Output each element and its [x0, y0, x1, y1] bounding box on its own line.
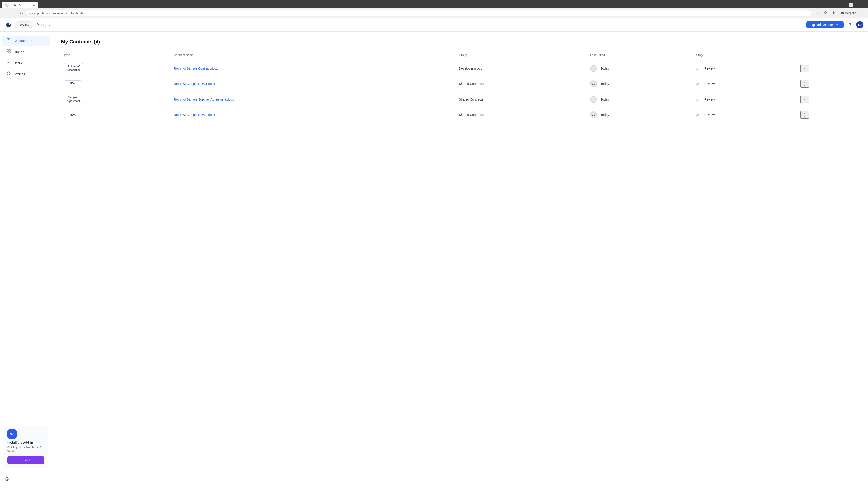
cell-type-3: NDA [61, 108, 171, 122]
sidebar-label-users: Users [13, 61, 22, 65]
back-btn[interactable]: ← [2, 10, 8, 16]
row-avatar-1: LD [590, 80, 597, 87]
row-stage-0: In Review [701, 67, 715, 70]
sidebar-item-users[interactable]: Users [2, 58, 50, 68]
reload-btn[interactable]: ↻ [19, 10, 24, 16]
cell-type-0: Articles ofAssociation [61, 60, 171, 77]
more-options-btn-2[interactable]: ⋮ [800, 96, 809, 103]
tab-close-btn[interactable]: × [33, 4, 35, 7]
users-icon [6, 60, 11, 66]
sidebar-item-groups[interactable]: Groups [2, 47, 50, 57]
notification-button[interactable]: ⚙ [4, 475, 11, 483]
download-icon[interactable] [831, 10, 837, 17]
sidebar-label-settings: Settings [13, 72, 25, 76]
address-bar[interactable]: app.robinai.co.uk/review/contract-hub [26, 10, 812, 16]
svg-rect-22 [9, 52, 10, 53]
extensions-icon[interactable] [823, 10, 829, 17]
header-right: Upload Contract ? LD [806, 21, 864, 29]
minimize-btn[interactable]: − [837, 2, 843, 8]
app-header: Review Moodjoy Upload Contract ? LD [0, 18, 868, 32]
review-button[interactable]: Review [15, 22, 33, 28]
cell-stage-1: In Review [693, 77, 798, 91]
more-options-btn-1[interactable]: ⋮ [800, 80, 809, 88]
table-row: NDA Robin AI Sample NDA 1.docx Shared Co… [61, 77, 859, 91]
svg-rect-20 [9, 50, 10, 51]
sidebar: Contract Hub Groups Users Settings [0, 32, 52, 488]
help-button[interactable]: ? [846, 21, 854, 29]
sidebar-label-contract-hub: Contract Hub [13, 39, 32, 43]
svg-point-13 [9, 24, 10, 24]
install-button[interactable]: Install [7, 456, 44, 464]
contract-link-0[interactable]: Robin AI Sample Contract.docx [174, 67, 218, 70]
menu-icon[interactable]: ⋮ [860, 10, 866, 16]
maximize-btn[interactable]: ⬜ [847, 2, 855, 8]
svg-text:R: R [6, 4, 7, 6]
logo-area: Review [4, 21, 33, 29]
table-row: Articles ofAssociation Robin AI Sample C… [61, 60, 859, 77]
main-content: My Contracts (4) Type Contract Name Grou… [52, 32, 868, 488]
sidebar-label-groups: Groups [13, 50, 24, 54]
row-avatar-0: LD [590, 65, 597, 72]
browser-tabs: R Robin AI × + − ⬜ × [0, 0, 868, 8]
cell-name-0: Robin AI Sample Contract.docx [171, 60, 456, 77]
row-avatar-3: LD [590, 111, 597, 118]
cell-more-3: ⋮ [798, 108, 859, 122]
contract-hub-icon [6, 38, 11, 43]
col-header-group: Group [456, 51, 587, 60]
svg-text:W: W [10, 432, 14, 436]
contracts-table: Type Contract Name Group Last Edited ↑ S… [61, 51, 859, 122]
incognito-label: Incognito [845, 11, 856, 15]
incognito-indicator: i Incognito [839, 11, 858, 15]
col-header-name: Contract Name [171, 51, 456, 60]
cell-name-2: Robin AI Sample Supplier Agreement.docx [171, 91, 456, 108]
svg-rect-19 [7, 50, 8, 51]
edit-icon-3 [696, 113, 700, 116]
addon-card: W Install the Add-in Get Reports within … [4, 426, 48, 468]
cell-date-2: LD Today [587, 91, 693, 108]
close-btn[interactable]: × [859, 2, 864, 8]
svg-rect-21 [7, 52, 8, 53]
star-icon[interactable]: ☆ [815, 10, 820, 16]
cell-type-2: SupplierAgreement [61, 91, 171, 108]
addon-title: Install the Add-in [7, 441, 44, 445]
table-row: SupplierAgreement Robin AI Sample Suppli… [61, 91, 859, 108]
cell-more-2: ⋮ [798, 91, 859, 108]
more-options-btn-0[interactable]: ⋮ [800, 65, 809, 72]
new-tab-btn[interactable]: + [39, 2, 45, 8]
cell-group-2: Shared Contracts [456, 91, 587, 108]
sort-arrow-icon: ↑ [606, 54, 607, 57]
user-avatar-button[interactable]: LD [856, 21, 864, 29]
svg-rect-14 [836, 26, 839, 26]
cell-stage-0: In Review [693, 60, 798, 77]
cell-group-3: Shared Contracts [456, 108, 587, 122]
edit-icon-1 [696, 82, 700, 86]
upload-contract-button[interactable]: Upload Contract [806, 21, 844, 29]
cell-date-0: LD Today [587, 60, 693, 77]
col-header-last-edited[interactable]: Last Edited ↑ [587, 51, 693, 60]
more-options-btn-3[interactable]: ⋮ [800, 111, 809, 119]
forward-btn[interactable]: → [10, 10, 17, 16]
row-date-3: Today [600, 113, 609, 117]
svg-point-11 [6, 23, 11, 27]
settings-icon [6, 71, 11, 77]
table-row: NDA Robin AI Sample NDA 2.docx Shared Co… [61, 108, 859, 122]
active-tab[interactable]: R Robin AI × [2, 2, 38, 8]
page-title: My Contracts (4) [61, 39, 859, 45]
sidebar-bottom: ⚙ [0, 472, 52, 486]
edit-icon-2 [696, 98, 700, 101]
row-stage-3: In Review [701, 113, 715, 117]
contract-link-1[interactable]: Robin AI Sample NDA 1.docx [174, 82, 215, 86]
contract-link-2[interactable]: Robin AI Sample Supplier Agreement.docx [174, 98, 234, 101]
table-header-row: Type Contract Name Group Last Edited ↑ S… [61, 51, 859, 60]
contract-link-3[interactable]: Robin AI Sample NDA 2.docx [174, 113, 215, 117]
company-name: Moodjoy [37, 23, 50, 27]
svg-text:i: i [842, 12, 843, 14]
svg-rect-6 [824, 13, 825, 14]
sidebar-item-contract-hub[interactable]: Contract Hub [2, 36, 50, 46]
cell-name-1: Robin AI Sample NDA 1.docx [171, 77, 456, 91]
cell-group-1: Shared Contracts [456, 77, 587, 91]
groups-icon [6, 49, 11, 55]
svg-point-24 [8, 73, 9, 74]
cell-name-3: Robin AI Sample NDA 2.docx [171, 108, 456, 122]
sidebar-item-settings[interactable]: Settings [2, 69, 50, 79]
